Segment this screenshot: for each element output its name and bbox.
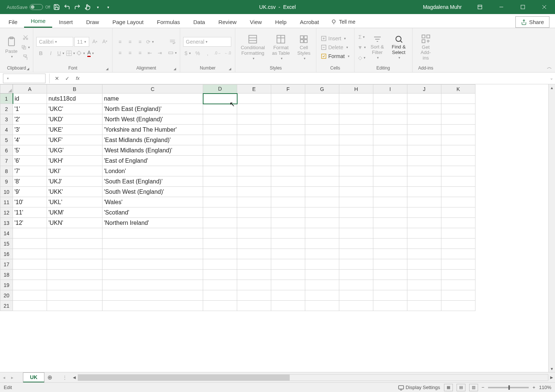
spreadsheet-grid[interactable]: ABCDEFGHIJK1idnuts118cdname2'1''UKC''Nor… [0,84,475,311]
cell[interactable]: '6' [13,156,47,166]
cell[interactable]: 'Scotland' [102,207,203,218]
row-header[interactable]: 14 [0,228,13,239]
user-name[interactable]: Magdalena Muhr [416,4,469,10]
cell[interactable] [271,94,305,104]
align-bottom-icon[interactable]: ≡ [135,37,144,46]
cell[interactable] [237,94,271,104]
cell[interactable]: 'UKI' [47,166,102,176]
cell[interactable] [339,218,373,228]
vertical-scrollbar[interactable]: ▲ ▼ [548,84,555,372]
cell[interactable] [339,166,373,176]
cell[interactable] [373,94,407,104]
cell[interactable] [441,280,475,290]
cell[interactable] [339,280,373,290]
cell[interactable] [407,135,441,145]
zoom-out-icon[interactable]: − [482,385,485,390]
increase-decimal-icon[interactable]: .0→ [213,49,222,58]
cell[interactable] [441,166,475,176]
cell[interactable] [203,187,237,197]
cell[interactable] [407,301,441,311]
cell[interactable] [237,290,271,301]
cell[interactable] [13,301,47,311]
cell[interactable] [203,145,237,156]
minimize-icon[interactable] [491,0,512,14]
cell[interactable] [441,239,475,249]
maximize-icon[interactable] [512,0,534,14]
touch-mode-icon[interactable] [84,3,92,11]
cell[interactable]: 'UKE' [47,125,102,135]
cell[interactable] [441,218,475,228]
cell[interactable] [203,218,237,228]
cell[interactable] [203,104,237,114]
cell[interactable] [13,249,47,259]
clear-icon[interactable]: ◇ [357,53,366,62]
column-header[interactable]: C [102,85,203,94]
cell[interactable] [305,166,339,176]
copy-icon[interactable] [21,43,30,52]
cell[interactable] [47,259,102,270]
row-header[interactable]: 11 [0,197,13,207]
cell[interactable]: '11' [13,207,47,218]
cell[interactable] [237,249,271,259]
font-size-combo[interactable]: 11 [74,37,89,47]
cell[interactable] [373,280,407,290]
cell[interactable] [407,104,441,114]
cell[interactable]: 'North West (England)' [102,114,203,125]
cell[interactable]: nuts118cd [47,94,102,104]
tab-help[interactable]: Help [269,16,293,28]
format-as-table-button[interactable]: Format as Table [269,33,293,61]
close-icon[interactable] [534,0,555,14]
cell[interactable] [237,145,271,156]
row-header[interactable]: 21 [0,301,13,311]
cell[interactable] [47,228,102,239]
cell[interactable] [271,114,305,125]
cell[interactable] [305,270,339,280]
cell[interactable] [271,280,305,290]
row-header[interactable]: 17 [0,259,13,270]
cell[interactable] [13,259,47,270]
qat-dropdown-icon[interactable]: ▾ [94,3,102,11]
row-header[interactable]: 2 [0,104,13,114]
page-break-view-icon[interactable]: ▥ [469,384,478,391]
cell[interactable] [271,197,305,207]
percent-icon[interactable]: % [193,49,202,58]
wrap-text-icon[interactable] [168,37,177,46]
column-header[interactable]: H [339,85,373,94]
cell[interactable] [13,239,47,249]
tab-insert[interactable]: Insert [52,16,80,28]
cell[interactable] [441,104,475,114]
cell[interactable] [339,207,373,218]
cell[interactable]: 'UKK' [47,187,102,197]
cell[interactable] [407,166,441,176]
cell[interactable] [441,290,475,301]
row-header[interactable]: 19 [0,280,13,290]
cell[interactable] [339,145,373,156]
orientation-icon[interactable]: ⟳ [145,37,154,46]
cell[interactable]: 'Northern Ireland' [102,218,203,228]
cell[interactable]: '2' [13,114,47,125]
cell[interactable] [339,104,373,114]
fill-icon[interactable]: ▼ [357,43,366,52]
scroll-right-icon[interactable]: ▶ [548,374,555,381]
insert-function-icon[interactable]: fx [73,74,83,83]
cell[interactable]: '7' [13,166,47,176]
cell[interactable]: 'UKM' [47,207,102,218]
comma-icon[interactable]: , [203,49,212,58]
cell[interactable] [237,156,271,166]
row-header[interactable]: 5 [0,135,13,145]
cell[interactable] [407,239,441,249]
expand-formula-bar-icon[interactable]: ⌄ [548,76,555,81]
cell[interactable] [339,290,373,301]
cell[interactable] [407,197,441,207]
tab-formulas[interactable]: Formulas [150,16,187,28]
dialog-launcher-icon[interactable]: ◢ [174,67,176,71]
cell[interactable] [441,125,475,135]
cell[interactable] [373,249,407,259]
cell[interactable] [305,145,339,156]
cell[interactable] [441,301,475,311]
dialog-launcher-icon[interactable]: ◢ [27,67,29,71]
cell[interactable] [407,156,441,166]
row-header[interactable]: 9 [0,176,13,187]
sheet-tab[interactable]: UK [23,372,44,383]
cell[interactable] [407,249,441,259]
